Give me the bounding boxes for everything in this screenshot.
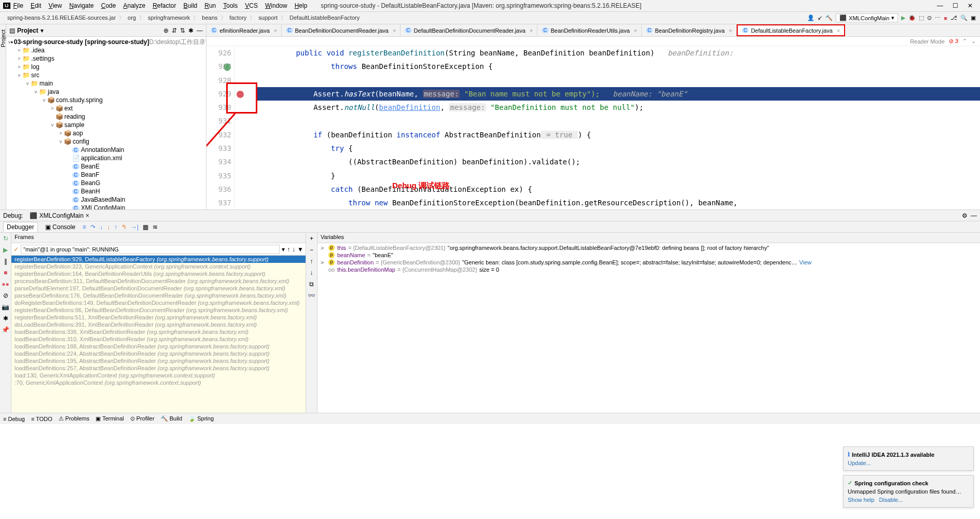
thread-selector[interactable]: ✓ ▾ ↑ ↓ ▼	[11, 243, 306, 256]
notif-link[interactable]: Show help	[848, 497, 874, 503]
line-number[interactable]: 935	[206, 169, 231, 183]
console-tab[interactable]: ▣ Console	[42, 222, 78, 232]
get-thread-dump-icon[interactable]: 📷	[2, 303, 9, 311]
run-config-selector[interactable]: ⬛ XMLConfigMain ▾	[836, 13, 898, 22]
tree-item[interactable]: v📁java	[6, 88, 206, 96]
prev-frame-icon[interactable]: ↑	[287, 246, 290, 253]
frames-list[interactable]: registerBeanDefinition:929, DefaultLista…	[11, 256, 306, 413]
tree-item[interactable]: 📦reading	[6, 113, 206, 121]
code-line[interactable]: public void registerBeanDefinition(Strin…	[256, 46, 980, 60]
dropdown-icon[interactable]: ▾	[282, 246, 285, 253]
status-item[interactable]: ≡ TODO	[31, 416, 52, 422]
dropdown-icon[interactable]: ▾	[40, 27, 44, 34]
project-tree[interactable]: v▪03-spring-source-study [spring-source-…	[6, 37, 206, 209]
editor-tab[interactable]: CBeanDefinitionRegistry.java×	[642, 24, 737, 36]
tree-item[interactable]: v📦sample	[6, 121, 206, 129]
line-number[interactable]: 931	[206, 114, 231, 128]
attach-icon[interactable]: ⋯	[935, 15, 941, 21]
breadcrumb-item[interactable]: springframework	[145, 13, 193, 22]
close-icon[interactable]: ✕	[968, 2, 973, 9]
pause-icon[interactable]: ‖	[4, 258, 7, 265]
menu-analyze[interactable]: Analyze	[120, 1, 148, 10]
menu-edit[interactable]: Edit	[27, 1, 45, 10]
code-line[interactable]	[256, 74, 980, 87]
line-number[interactable]: 937	[206, 196, 231, 209]
breadcrumb-item[interactable]: support	[255, 13, 281, 22]
menu-refactor[interactable]: Refactor	[149, 1, 179, 10]
stack-frame[interactable]: registerBeanDefinition:164, BeanDefiniti…	[11, 270, 306, 277]
search-icon[interactable]: 🔍	[960, 15, 968, 21]
code-line[interactable]: try {	[256, 142, 980, 155]
stack-frame[interactable]: registerBeanDefinition:929, DefaultLista…	[11, 256, 306, 263]
stack-frame[interactable]: loadBeanDefinitions:257, AbstractBeanDef…	[11, 364, 306, 372]
line-number[interactable]: 926 ⬤	[206, 46, 231, 60]
editor-tab[interactable]: CBeanDefinitionDocumentReader.java×	[282, 24, 401, 36]
tree-root[interactable]: v▪03-spring-source-study [spring-source-…	[6, 38, 206, 46]
down-icon[interactable]: ↓	[310, 269, 313, 276]
tree-item[interactable]: >📁.idea	[6, 46, 206, 54]
code-line[interactable]: ((AbstractBeanDefinition) beanDefinition…	[256, 155, 980, 169]
stack-frame[interactable]: doRegisterBeanDefinitions:149, DefaultBe…	[11, 299, 306, 306]
menu-run[interactable]: Run	[201, 1, 219, 10]
tree-item[interactable]: v📁src	[6, 71, 206, 79]
user-icon[interactable]: 👤	[807, 15, 815, 21]
glasses-icon[interactable]: 👓	[308, 292, 315, 299]
debug-icon[interactable]: 🐞	[908, 15, 916, 21]
close-icon[interactable]: ×	[86, 212, 89, 219]
stack-frame[interactable]: parseBeanDefinitions:176, DefaultBeanDef…	[11, 292, 306, 299]
up-icon[interactable]: ↑	[310, 258, 313, 265]
variables-list[interactable]: >pthis = {DefaultListableBeanFactory@230…	[318, 243, 980, 413]
profile-icon[interactable]: ⊙	[927, 15, 932, 21]
code-line[interactable]: Assert.hasText(beanName, message: "Bean …	[256, 87, 980, 101]
status-item[interactable]: ⚠ Problems	[59, 415, 90, 422]
editor-tab[interactable]: CDefaultListableBeanFactory.java×	[737, 24, 845, 36]
variable-item[interactable]: >pthis = {DefaultListableBeanFactory@230…	[318, 244, 980, 251]
settings-icon[interactable]: ✱	[3, 315, 8, 322]
stack-frame[interactable]: loadBeanDefinitions:224, AbstractBeanDef…	[11, 350, 306, 357]
notif-link[interactable]: Update...	[848, 460, 871, 466]
copy-icon[interactable]: ⧉	[309, 280, 314, 288]
step-over-icon[interactable]: ↷	[90, 223, 95, 231]
menu-navigate[interactable]: Navigate	[66, 1, 96, 10]
evaluate-icon[interactable]: ▦	[143, 223, 148, 231]
close-tab-icon[interactable]: ×	[274, 27, 277, 34]
status-item[interactable]: 🔨 Build	[161, 415, 183, 422]
line-number[interactable]: 936	[206, 183, 231, 196]
force-step-into-icon[interactable]: ↓	[107, 223, 110, 231]
status-item[interactable]: ⊙ Profiler	[130, 415, 155, 422]
breadcrumb-item[interactable]: DefaultListableBeanFactory	[286, 13, 363, 22]
add-watch-icon[interactable]: +	[310, 235, 313, 242]
tree-item[interactable]: CJavaBasedMain	[6, 195, 206, 204]
tree-item[interactable]: CBeanF	[6, 171, 206, 179]
more-icon[interactable]: ⌃	[962, 38, 967, 45]
tree-item[interactable]: v📁main	[6, 79, 206, 88]
menu-view[interactable]: View	[46, 1, 65, 10]
coverage-icon[interactable]: ⬚	[919, 15, 924, 21]
code-lines[interactable]: public void registerBeanDefinition(Strin…	[256, 46, 980, 209]
menu-vcs[interactable]: VCS	[242, 1, 261, 10]
stack-frame[interactable]: loadBeanDefinitions:310, XmlBeanDefiniti…	[11, 335, 306, 343]
stack-frame[interactable]: load:130, GenericXmlApplicationContext (…	[11, 372, 306, 379]
next-frame-icon[interactable]: ↓	[292, 246, 295, 253]
view-breakpoints-icon[interactable]: ●●	[2, 280, 9, 288]
settings-icon[interactable]: ✱	[188, 27, 194, 34]
drop-frame-icon[interactable]: ↰	[121, 223, 127, 231]
close-tab-icon[interactable]: ×	[634, 27, 637, 34]
stop-icon[interactable]: ■	[4, 269, 7, 276]
build-icon[interactable]: 🔨	[825, 15, 833, 21]
tree-item[interactable]: CAnnotationMain	[6, 146, 206, 154]
line-number[interactable]: 930	[206, 101, 231, 114]
stack-frame[interactable]: parseDefaultElement:197, DefaultBeanDefi…	[11, 285, 306, 292]
tree-item[interactable]: CBeanH	[6, 187, 206, 195]
editor-tab[interactable]: CefinitionReader.java×	[206, 24, 282, 36]
remove-watch-icon[interactable]: −	[310, 246, 313, 254]
editor-tab[interactable]: CBeanDefinitionReaderUtils.java×	[537, 24, 642, 36]
tree-item[interactable]: CBeanG	[6, 179, 206, 187]
menu-tools[interactable]: Tools	[220, 1, 241, 10]
code-line[interactable]: if (beanDefinition instanceof AbstractBe…	[256, 128, 980, 142]
variable-item[interactable]: >pbeanDefinition = {GenericBeanDefinitio…	[318, 259, 980, 266]
editor-tab[interactable]: CDefaultBeanDefinitionDocumentReader.jav…	[401, 24, 537, 36]
code-line[interactable]: catch (BeanDefinitionValidationException…	[256, 183, 980, 196]
line-number[interactable]: 933	[206, 142, 231, 155]
rerun-icon[interactable]: ↻	[3, 235, 8, 242]
